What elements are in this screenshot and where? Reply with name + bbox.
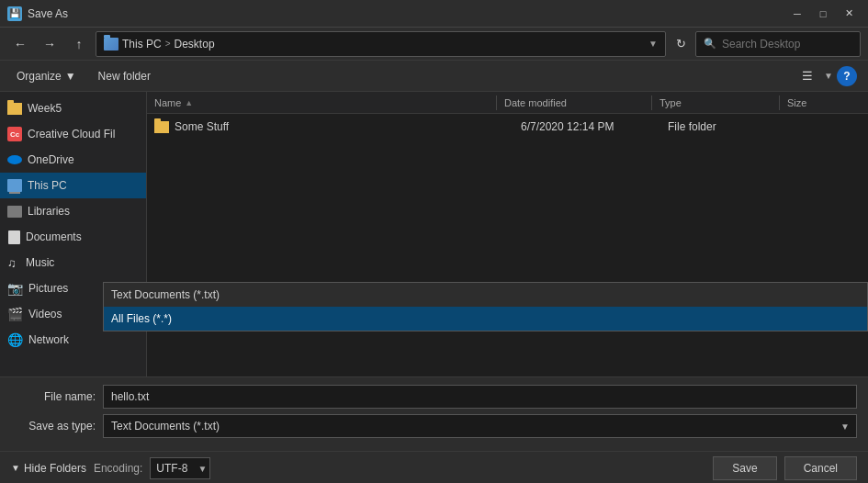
breadcrumb-separator: > xyxy=(165,39,171,49)
file-area: Name ▲ Date modified Type Size Some Stuf… xyxy=(147,92,868,376)
table-row[interactable]: Some Stuff 6/7/2020 12:14 PM File folder xyxy=(147,114,868,140)
file-folder-icon xyxy=(154,121,169,133)
organize-button[interactable]: Organize ▼ xyxy=(11,66,82,86)
search-icon: 🔍 xyxy=(704,38,716,50)
search-input[interactable] xyxy=(722,38,860,51)
sidebar-label-documents: Documents xyxy=(26,230,82,243)
filename-label: File name: xyxy=(11,390,103,403)
saveas-dropdown[interactable]: Text Documents (*.txt) All Files (*.*) xyxy=(103,282,868,331)
back-button[interactable]: ← xyxy=(7,31,33,57)
organize-label: Organize xyxy=(17,70,62,83)
bottom-bar: ▼ Hide Folders Encoding: UTF-8 ▼ Save Ca… xyxy=(0,451,868,483)
breadcrumb-folder-icon xyxy=(104,38,118,51)
onedrive-icon xyxy=(7,155,22,164)
breadcrumb: This PC > Desktop xyxy=(104,38,643,51)
save-button[interactable]: Save xyxy=(713,456,776,480)
sidebar-item-libraries[interactable]: Libraries xyxy=(0,198,146,224)
toolbar2-right: ☰ ▼ ? xyxy=(795,63,857,89)
col-divider-1 xyxy=(496,95,497,110)
filename-input[interactable] xyxy=(103,385,857,409)
dropdown-option-all[interactable]: All Files (*.*) xyxy=(104,307,867,331)
sidebar-label-this-pc: This PC xyxy=(28,179,67,192)
maximize-button[interactable]: □ xyxy=(811,5,835,23)
navigation-toolbar: ← → ↑ This PC > Desktop ▼ ↻ 🔍 xyxy=(0,28,868,61)
documents-icon xyxy=(8,230,20,244)
music-icon: ♫ xyxy=(7,256,20,269)
title-bar: 💾 Save As ─ □ ✕ xyxy=(0,0,868,28)
minimize-button[interactable]: ─ xyxy=(785,5,809,23)
sidebar-label-onedrive: OneDrive xyxy=(28,153,74,166)
search-box[interactable]: 🔍 xyxy=(695,31,861,57)
encoding-label: Encoding: xyxy=(94,462,142,475)
file-name: Some Stuff xyxy=(175,120,229,133)
bottom-right-buttons: Save Cancel xyxy=(713,456,857,480)
title-icon: 💾 xyxy=(7,6,22,21)
view-button[interactable]: ☰ xyxy=(795,63,820,89)
encoding-select[interactable]: UTF-8 xyxy=(150,457,210,479)
sidebar-label-videos: Videos xyxy=(28,308,62,320)
hide-folders-label: Hide Folders xyxy=(24,462,86,475)
organize-dropdown-icon: ▼ xyxy=(65,70,76,83)
title-text: Save As xyxy=(28,7,785,20)
col-divider-2 xyxy=(651,95,652,110)
address-dropdown-arrow[interactable]: ▼ xyxy=(648,39,658,49)
col-name-header[interactable]: Name ▲ xyxy=(154,97,496,108)
bottom-form-area: File name: Save as type: Text Documents … xyxy=(0,376,868,451)
breadcrumb-thispc: This PC xyxy=(122,38,162,51)
sidebar-item-documents[interactable]: Documents xyxy=(0,224,146,250)
help-button[interactable]: ? xyxy=(837,66,857,86)
sidebar: Week5 Cc Creative Cloud Fil OneDrive Thi… xyxy=(0,92,147,376)
main-content: Week5 Cc Creative Cloud Fil OneDrive Thi… xyxy=(0,92,868,376)
col-date-header[interactable]: Date modified xyxy=(504,97,651,108)
window-controls: ─ □ ✕ xyxy=(785,5,861,23)
col-divider-3 xyxy=(779,95,780,110)
dropdown-option-txt[interactable]: Text Documents (*.txt) xyxy=(104,283,867,307)
sidebar-item-creative-cloud[interactable]: Cc Creative Cloud Fil xyxy=(0,121,146,147)
cc-icon: Cc xyxy=(7,127,22,141)
file-type: File folder xyxy=(668,120,787,133)
cancel-button[interactable]: Cancel xyxy=(784,456,857,480)
new-folder-button[interactable]: New folder xyxy=(93,66,156,86)
folder-yellow-icon xyxy=(7,103,22,115)
libraries-icon xyxy=(7,206,22,218)
col-type-header[interactable]: Type xyxy=(659,97,779,108)
hide-folders-button[interactable]: ▼ Hide Folders xyxy=(11,462,86,475)
saveas-label: Save as type: xyxy=(11,420,103,432)
file-name-cell: Some Stuff xyxy=(154,120,521,133)
sidebar-label-pictures: Pictures xyxy=(28,282,68,295)
network-icon: 🌐 xyxy=(7,332,23,347)
thispc-icon xyxy=(7,179,22,192)
organize-toolbar: Organize ▼ New folder ☰ ▼ ? xyxy=(0,61,868,92)
address-bar[interactable]: This PC > Desktop ▼ xyxy=(96,31,666,57)
up-button[interactable]: ↑ xyxy=(66,31,92,57)
view-dropdown-arrow[interactable]: ▼ xyxy=(824,71,833,81)
saveas-select-wrapper: Text Documents (*.txt)All Files (*.*) ▼ xyxy=(103,414,857,438)
sort-icon: ▲ xyxy=(185,98,193,107)
sidebar-label-libraries: Libraries xyxy=(28,205,70,218)
sidebar-item-this-pc[interactable]: This PC xyxy=(0,173,146,198)
file-header: Name ▲ Date modified Type Size xyxy=(147,92,868,114)
pictures-icon: 📷 xyxy=(7,281,23,296)
videos-icon: 🎬 xyxy=(7,307,23,321)
col-size-header[interactable]: Size xyxy=(787,97,861,108)
saveas-select[interactable]: Text Documents (*.txt)All Files (*.*) xyxy=(103,414,857,438)
filename-row: File name: xyxy=(11,385,857,409)
breadcrumb-current: Desktop xyxy=(175,38,215,51)
close-button[interactable]: ✕ xyxy=(837,5,861,23)
chevron-down-icon: ▼ xyxy=(11,463,20,473)
file-date: 6/7/2020 12:14 PM xyxy=(521,120,668,133)
sidebar-item-music[interactable]: ♫ Music xyxy=(0,250,146,275)
forward-button[interactable]: → xyxy=(37,31,62,57)
sidebar-item-week5[interactable]: Week5 xyxy=(0,95,146,121)
sidebar-label-week5: Week5 xyxy=(28,102,62,115)
sidebar-label-music: Music xyxy=(26,256,54,269)
sidebar-label-network: Network xyxy=(28,333,69,346)
sidebar-item-onedrive[interactable]: OneDrive xyxy=(0,147,146,173)
encoding-select-wrapper: UTF-8 ▼ xyxy=(150,457,210,479)
saveas-row: Save as type: Text Documents (*.txt)All … xyxy=(11,414,857,438)
refresh-button[interactable]: ↻ xyxy=(670,33,692,55)
sidebar-label-creative-cloud: Creative Cloud Fil xyxy=(28,128,115,140)
